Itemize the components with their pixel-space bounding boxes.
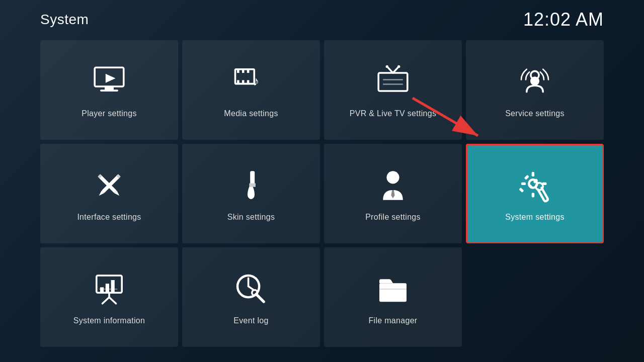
svg-line-53 [257, 295, 264, 302]
profile-settings-label: Profile settings [365, 213, 421, 222]
svg-rect-1 [105, 86, 114, 90]
svg-rect-8 [237, 80, 239, 83]
player-settings-label: Player settings [82, 109, 136, 118]
system-information-icon [89, 269, 129, 309]
svg-rect-37 [524, 175, 529, 180]
svg-rect-47 [106, 284, 109, 293]
file-manager-label: File manager [369, 316, 418, 325]
pvr-settings-label: PVR & Live TV settings [350, 109, 437, 118]
tile-profile-settings[interactable]: Profile settings [324, 144, 462, 243]
svg-point-29 [386, 171, 399, 184]
tile-service-settings[interactable]: Service settings [466, 40, 604, 140]
svg-text:♪: ♪ [253, 74, 260, 88]
profile-icon [373, 165, 413, 206]
tile-interface-settings[interactable]: Interface settings [40, 144, 178, 243]
svg-rect-10 [247, 80, 250, 83]
svg-rect-24 [102, 174, 120, 193]
svg-rect-40 [519, 188, 524, 193]
media-settings-label: Media settings [224, 109, 278, 118]
service-icon [515, 62, 555, 102]
tile-system-settings[interactable]: System settings [466, 144, 604, 243]
tile-media-settings[interactable]: ♪ Media settings [182, 40, 320, 140]
svg-rect-33 [532, 172, 534, 176]
interface-icon [89, 165, 129, 206]
svg-rect-21 [98, 174, 117, 193]
media-icon: ♪ [231, 62, 271, 102]
skin-icon [231, 165, 271, 206]
svg-rect-9 [242, 80, 245, 83]
page-title: System [40, 12, 89, 28]
svg-rect-28 [249, 184, 256, 187]
svg-line-45 [109, 297, 116, 304]
svg-rect-35 [521, 183, 526, 185]
system-settings-icon [515, 165, 555, 206]
svg-rect-12 [378, 73, 408, 91]
svg-rect-5 [237, 69, 239, 73]
svg-line-52 [249, 287, 254, 290]
system-settings-label: System settings [505, 213, 564, 222]
header: System 12:02 AM [0, 0, 644, 35]
tile-player-settings[interactable]: Player settings [40, 40, 178, 140]
svg-rect-7 [247, 69, 250, 73]
event-log-label: Event log [233, 316, 268, 325]
svg-rect-34 [532, 193, 534, 197]
interface-settings-label: Interface settings [77, 213, 141, 222]
svg-rect-27 [250, 171, 255, 185]
svg-rect-6 [242, 69, 245, 73]
settings-grid: Player settings ♪ Media settings [0, 35, 644, 357]
svg-rect-46 [100, 287, 104, 293]
svg-point-54 [252, 290, 258, 296]
skin-settings-label: Skin settings [227, 213, 275, 222]
tile-skin-settings[interactable]: Skin settings [182, 144, 320, 243]
svg-point-15 [386, 65, 388, 68]
event-log-icon [231, 269, 271, 309]
tile-pvr-settings[interactable]: PVR & Live TV settings [324, 40, 462, 140]
svg-line-44 [103, 297, 110, 304]
svg-rect-48 [111, 280, 115, 293]
svg-rect-2 [100, 89, 118, 92]
clock: 12:02 AM [523, 9, 604, 30]
file-manager-icon [373, 269, 413, 309]
svg-marker-3 [106, 74, 116, 83]
tile-file-manager[interactable]: File manager [324, 247, 462, 347]
tile-system-information[interactable]: System information [40, 247, 178, 347]
svg-point-16 [397, 65, 400, 68]
system-information-label: System information [73, 316, 145, 325]
tile-event-log[interactable]: Event log [182, 247, 320, 347]
player-icon [89, 62, 129, 102]
pvr-icon [373, 62, 413, 102]
service-settings-label: Service settings [505, 109, 565, 118]
